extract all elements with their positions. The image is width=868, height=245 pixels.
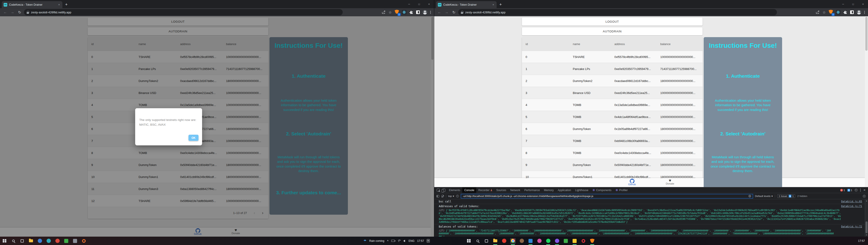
volume-icon[interactable] (403, 240, 405, 242)
log-levels-dropdown[interactable]: Default levels▾ (755, 194, 773, 198)
console-array-line[interactable]: 0000000', '100000000000000000000000000',… (439, 232, 864, 235)
tab-close-icon[interactable]: × (492, 3, 495, 6)
page-scrollbar[interactable] (865, 16, 868, 187)
message-counter[interactable]: ▮1 (847, 189, 852, 192)
devtools-tab-console[interactable]: Console (462, 187, 476, 193)
taskbar-pinned-app-teal[interactable] (46, 238, 51, 244)
live-expression-icon[interactable] (456, 195, 459, 197)
browser-menu-icon[interactable] (864, 11, 865, 14)
console-filter-input[interactable]: -url:http://localhost:3000/static/js/0.c… (461, 194, 753, 198)
scrollbar-thumb[interactable] (865, 17, 868, 51)
github-link[interactable]: Github (622, 178, 642, 186)
table-row[interactable]: 3Binance USD0xed24fc36d5ee211ea25...1000… (522, 87, 703, 99)
taskbar-file-explorer[interactable] (493, 238, 498, 244)
metamask-extension-icon[interactable]: 1 (395, 10, 399, 15)
devtools-tab-elements[interactable]: Elements (447, 187, 462, 193)
logout-button[interactable]: LOGOUT (522, 18, 703, 26)
weather-label[interactable]: Rain coming (369, 239, 384, 243)
taskbar-task-view-button[interactable] (484, 238, 489, 244)
reload-icon[interactable]: ↻ (17, 9, 23, 15)
console-scrollbar-thumb[interactable] (866, 221, 868, 233)
table-row[interactable]: 1Pancake LPs0xe0e92035077c3959479...7143… (522, 63, 703, 75)
bookmark-star-icon[interactable]: ☆ (823, 10, 826, 15)
address-bar[interactable]: zesty-axolotl-426f6d.netlify.app (24, 9, 343, 16)
back-icon[interactable]: ← (436, 9, 442, 15)
console-array-message[interactable]: (27) ['0xf5578c4fb9fc28cd00f85479cdcbe46… (434, 209, 868, 224)
devtools-tab-sources[interactable]: Sources (494, 187, 508, 193)
console-array-line[interactable]: '0x59f84d1fe7ddfb56d46536d78c5094c93d344… (439, 215, 864, 218)
extensions-puzzle-icon[interactable] (409, 10, 413, 14)
console-settings-icon[interactable] (863, 195, 866, 198)
source-link[interactable]: DataGrid.js:71 (841, 205, 862, 208)
clear-console-icon[interactable] (441, 195, 444, 197)
devtools-tab-profiler[interactable]: Profiler (614, 187, 630, 193)
taskbar-spotify[interactable] (546, 238, 551, 244)
console-sidebar-icon[interactable] (436, 195, 439, 197)
taskbar-file-explorer[interactable] (28, 238, 34, 244)
devtools-settings-icon[interactable] (855, 189, 858, 192)
share-icon[interactable] (816, 11, 819, 14)
taskbar-sticky-notes[interactable] (572, 238, 577, 244)
taskbar-pinned-app-green[interactable] (64, 238, 69, 244)
scroll-up-arrow[interactable]: ▲ (865, 200, 868, 202)
console-array-message[interactable]: (27) ['100000000000000000', '71437111607… (434, 229, 868, 237)
language-indicator[interactable]: ENG (409, 239, 414, 243)
taskbar-start-button[interactable] (2, 238, 7, 244)
address-bar[interactable]: zesty-axolotl-426f6d.netlify.app (458, 9, 777, 16)
donate-link[interactable]: ♥ Donate (660, 178, 680, 185)
devtools-tab-lighthouse[interactable]: Lighthouse (573, 187, 590, 193)
table-row[interactable]: 0TSHARE0xf5578c4fb9fc28cd00f85...1000000… (522, 51, 703, 63)
autodrain-button[interactable]: AUTODRAIN (522, 27, 703, 35)
clear-filter-icon[interactable]: × (748, 195, 751, 197)
context-selector[interactable]: top▾ (448, 194, 454, 198)
browser-tab[interactable]: CK CodeKeeza - Token Drainer × (2, 1, 62, 8)
extension-square-icon[interactable] (850, 10, 854, 14)
forward-icon[interactable]: → (9, 9, 16, 15)
taskbar-opera-browser[interactable] (581, 238, 586, 244)
wifi-icon[interactable] (397, 240, 401, 242)
reload-icon[interactable]: ↻ (451, 9, 457, 15)
devtools-tab-application[interactable]: Application (556, 187, 573, 193)
taskbar-search-button[interactable] (11, 238, 16, 244)
error-counter[interactable]: ×1 (840, 189, 845, 192)
console-scrollbar[interactable]: ▲ ▼ (865, 199, 868, 237)
new-tab-button[interactable]: + (65, 2, 68, 7)
source-link[interactable]: DataGrid.js:72 (841, 225, 862, 228)
window-minimize-button[interactable]: ─ (838, 0, 848, 8)
metamask-extension-icon[interactable]: 1 (829, 10, 833, 15)
taskbar-start-button[interactable] (466, 238, 471, 244)
extension-square-icon[interactable] (416, 10, 420, 14)
window-close-button[interactable]: × (424, 0, 434, 8)
weather-icon[interactable]: ☂ (364, 239, 366, 243)
devtools-tab-performance[interactable]: Performance (522, 187, 542, 193)
bookmark-star-icon[interactable]: ☆ (389, 10, 392, 15)
taskbar-pinned-app-orange[interactable] (81, 238, 87, 244)
forward-icon[interactable]: → (444, 9, 450, 15)
window-minimize-button[interactable]: ─ (404, 0, 414, 8)
ok-button[interactable]: OK (188, 135, 198, 141)
taskbar-pinned-app-gray[interactable] (72, 238, 78, 244)
inspect-element-icon[interactable] (435, 187, 441, 193)
devtools-tab-recorder[interactable]: Recorder (476, 187, 494, 193)
browser-tab[interactable]: CK CodeKeeza - Token Drainer × (436, 1, 497, 8)
browser-menu-icon[interactable] (430, 11, 431, 14)
clock[interactable]: 17:57 (858, 239, 865, 243)
taskbar-chrome-browser[interactable] (510, 238, 516, 244)
battery-icon[interactable] (391, 240, 395, 242)
window-maximize-button[interactable]: □ (414, 0, 424, 8)
taskbar-metamask[interactable] (590, 238, 595, 244)
taskbar-brave-browser[interactable] (501, 238, 507, 244)
taskbar-pinned-app-red[interactable] (55, 238, 60, 244)
profile-avatar[interactable] (423, 10, 427, 15)
taskbar-search-button[interactable] (475, 238, 480, 244)
share-icon[interactable] (382, 11, 385, 14)
table-row[interactable]: 2DummyToken20xacdaed06612d167ddbc...1800… (522, 75, 703, 87)
tab-close-icon[interactable]: × (57, 3, 61, 6)
table-row[interactable]: 6DummyToken0x1b05a89b4df97227a66...18000… (522, 123, 703, 135)
device-toolbar-icon[interactable] (441, 187, 447, 193)
new-tab-button[interactable]: + (499, 2, 502, 7)
back-icon[interactable]: ← (2, 9, 8, 15)
profile-avatar[interactable] (857, 10, 861, 15)
react-devtools-icon[interactable] (402, 10, 406, 15)
extensions-puzzle-icon[interactable] (843, 10, 847, 14)
